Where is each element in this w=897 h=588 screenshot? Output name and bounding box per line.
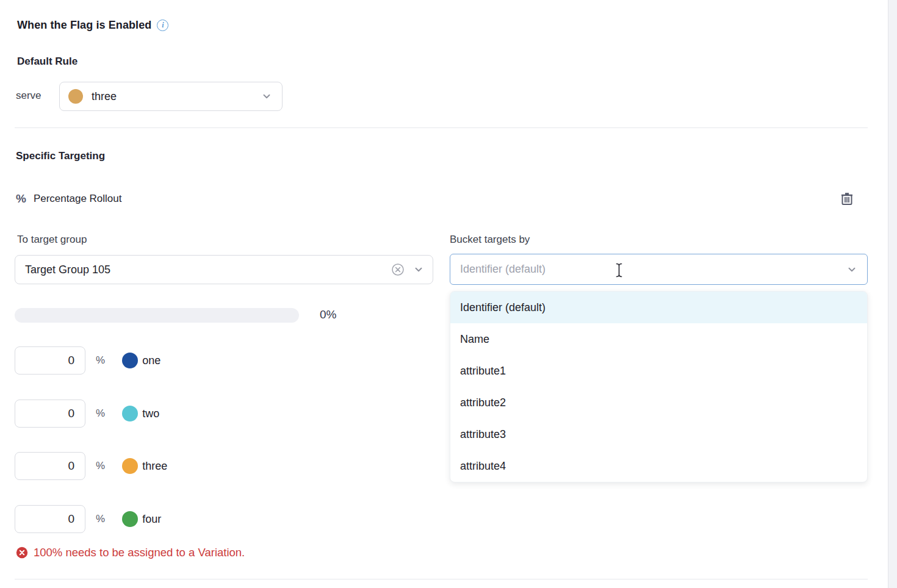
to-target-group-label: To target group [17,234,87,246]
validation-error: 100% needs to be assigned to a Variation… [16,546,245,559]
clear-selection-icon[interactable] [391,263,405,276]
flag-targeting-panel: When the Flag is Enabled i Default Rule … [0,0,897,588]
variation-four-percent-input[interactable] [15,505,85,533]
dropdown-option-identifier-default[interactable]: Identifier (default) [450,292,867,323]
bucket-targets-by-label: Bucket targets by [450,234,530,246]
dropdown-option-attribute3[interactable]: attribute3 [450,418,867,450]
variation-one-color-dot [122,353,138,368]
default-variation-value: three [92,90,117,103]
page-edge-scroll-area[interactable] [888,0,897,588]
serve-label: serve [16,90,41,102]
percent-unit-label: % [96,460,105,472]
variation-one-name: one [142,354,160,367]
variation-two-name: two [142,407,159,420]
variation-three-color-dot [122,458,138,474]
variation-color-dot [68,89,83,104]
dropdown-option-attribute1[interactable]: attribute1 [450,355,867,387]
chevron-down-icon [413,264,424,275]
variation-one-percent-input[interactable] [15,346,85,375]
variation-three-name: three [142,460,167,473]
trash-icon[interactable] [837,189,857,209]
variation-three-percent-input[interactable] [15,452,85,480]
variation-row-three: % three [15,452,167,480]
bucket-targets-by-select[interactable] [450,254,868,285]
variation-four-color-dot [122,511,138,527]
target-group-select[interactable]: Target Group 105 [15,255,433,284]
target-group-value: Target Group 105 [25,264,110,276]
rollout-progress-bar [15,308,299,323]
percent-icon: % [16,192,26,206]
percent-unit-label: % [96,354,105,367]
variation-row-four: % four [15,505,161,533]
variation-two-percent-input[interactable] [15,400,85,428]
bucket-targets-by-input[interactable] [460,263,846,276]
variation-row-two: % two [15,400,159,428]
variation-row-one: % one [15,346,160,375]
percentage-rollout-title: Percentage Rollout [34,193,122,205]
default-variation-select[interactable]: three [59,82,283,111]
variation-four-name: four [142,513,161,526]
dropdown-option-name[interactable]: Name [450,323,867,355]
default-rule-heading: Default Rule [17,56,77,68]
chevron-down-icon [846,264,857,275]
dropdown-option-attribute4[interactable]: attribute4 [450,450,867,482]
error-message: 100% needs to be assigned to a Variation… [34,546,245,559]
page-title: When the Flag is Enabled [17,19,151,32]
divider [15,579,868,579]
percent-unit-label: % [96,513,105,525]
info-icon[interactable]: i [157,20,168,31]
error-icon [16,547,28,559]
variation-two-color-dot [122,406,138,421]
rollout-total-percent: 0% [320,308,336,321]
specific-targeting-heading: Specific Targeting [16,150,105,162]
divider [15,127,868,128]
chevron-down-icon [261,91,272,102]
percent-unit-label: % [96,407,105,420]
bucket-targets-dropdown: Identifier (default) Name attribute1 att… [450,291,868,482]
dropdown-option-attribute2[interactable]: attribute2 [450,387,867,418]
percentage-rollout-header: % Percentage Rollout [16,192,122,206]
section-header: When the Flag is Enabled i [17,19,168,32]
